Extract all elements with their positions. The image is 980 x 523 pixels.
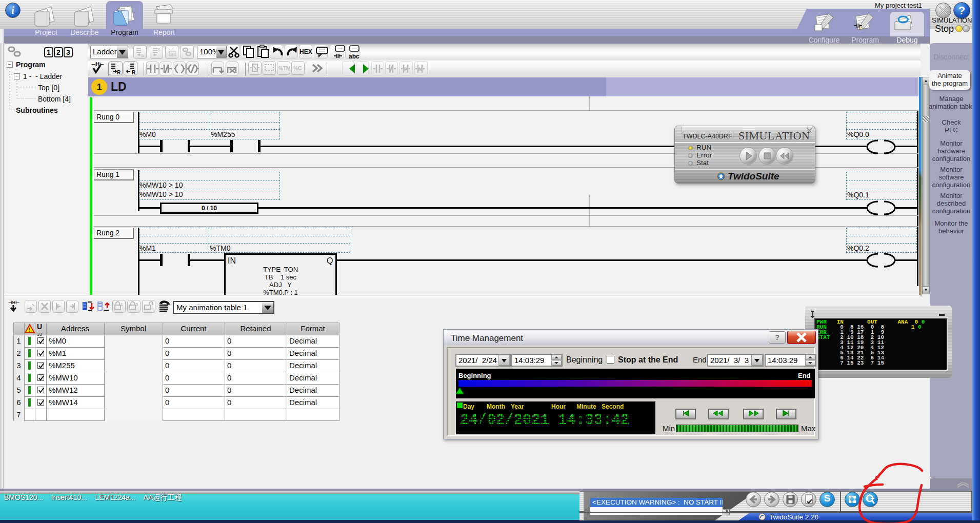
- svg-text:S: S: [157, 47, 161, 52]
- svg-text:R: R: [132, 70, 136, 75]
- svg-text:0: 0: [135, 302, 138, 307]
- svg-text:P: P: [404, 67, 407, 72]
- svg-text:S: S: [141, 53, 144, 58]
- svg-text:SR: SR: [170, 52, 175, 56]
- svg-text:abc: abc: [349, 53, 359, 60]
- svg-text:N: N: [418, 67, 422, 72]
- svg-text:⊣H⊢: ⊣H⊢: [91, 62, 104, 67]
- svg-text:1: 1: [121, 302, 123, 307]
- svg-text:%C: %C: [293, 66, 302, 71]
- svg-text:⊣H⊢: ⊣H⊢: [8, 300, 19, 305]
- svg-text:R: R: [117, 70, 121, 75]
- svg-text:%TM: %TM: [278, 66, 290, 71]
